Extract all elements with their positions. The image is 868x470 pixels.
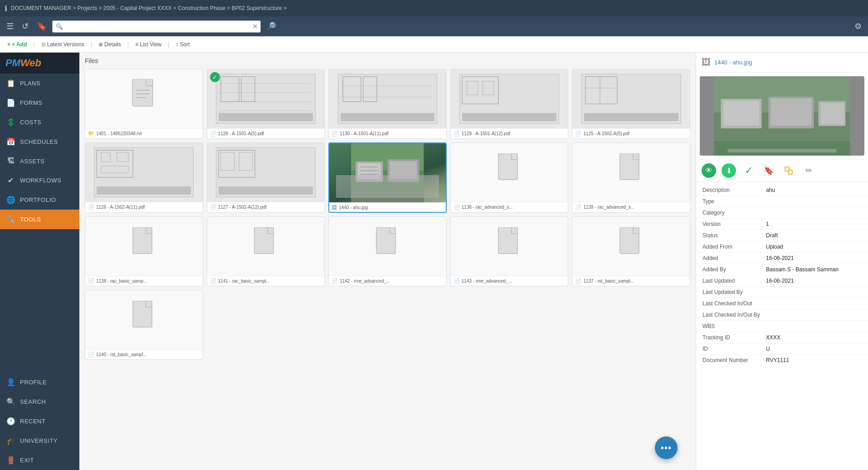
- sidebar-item-label: TOOLS: [20, 216, 41, 223]
- pdf-icon: 📄: [210, 131, 216, 137]
- sidebar-item-portfolio[interactable]: 🌐 PORTFOLIO: [0, 190, 79, 210]
- view-button[interactable]: 👁: [702, 163, 716, 178]
- file-card[interactable]: 📄 1138 - rac_basic_samp...: [85, 216, 203, 286]
- pdf-icon: 📄: [210, 204, 216, 210]
- zoom-icon[interactable]: 🔎: [263, 20, 279, 33]
- logo: PMWeb: [0, 53, 79, 73]
- document-icon: [130, 79, 157, 119]
- file-name-text: 1130 - A-1501-A(11).pdf: [340, 131, 388, 136]
- sidebar-item-label: FORMS: [20, 99, 42, 106]
- latest-versions-button[interactable]: ⊙ Latest Versions: [38, 39, 88, 49]
- pdf-icon: 📄: [88, 204, 94, 210]
- file-card[interactable]: 📄 1143 - rme_advanced_...: [450, 216, 569, 286]
- file-card[interactable]: 📄 1130 - A-1501-A(11).pdf: [328, 69, 447, 139]
- file-card[interactable]: 📄 1127 - A-1502-A(12).pdf: [207, 142, 325, 213]
- document-icon: [253, 227, 278, 265]
- pencil-button[interactable]: ✏: [801, 163, 816, 178]
- file-card[interactable]: ✓ 📄 1128 - A-1501-A(5).pdf: [207, 69, 325, 139]
- pdf-icon: 📄: [454, 131, 460, 137]
- file-name-text: 1141 - rac_basic_sampl...: [218, 279, 270, 284]
- search-icon: 🔍: [56, 23, 63, 30]
- add-button[interactable]: + + Add: [4, 39, 30, 49]
- svg-rect-45: [133, 227, 152, 254]
- file-card[interactable]: 🖼 1440 - ahu.jpg: [328, 142, 447, 213]
- file-card[interactable]: 📄 1125 - A-1502-A(5).pdf: [572, 69, 690, 139]
- settings-icon[interactable]: ⚙: [852, 20, 864, 33]
- file-name-text: 1125 - A-1502-A(5).pdf: [583, 131, 629, 136]
- info-icon[interactable]: ℹ: [5, 4, 7, 13]
- detail-row-last-updated-by: Last Updated By: [696, 287, 868, 298]
- file-browser: Files 📁: [79, 53, 696, 470]
- detail-row-status: Status Draft: [696, 230, 868, 241]
- file-card[interactable]: 📄 1140 - rst_basic_sampl...: [85, 290, 203, 360]
- download-button[interactable]: ⬇: [722, 163, 736, 178]
- action-bar: + + Add | ⊙ Latest Versions | ⊕ Details …: [0, 36, 868, 53]
- file-preview-icon: 🖼: [702, 57, 711, 68]
- history-icon[interactable]: ↺: [19, 20, 31, 33]
- right-panel: 🖼 1440 - ahu.jpg: [696, 53, 868, 470]
- file-name-text: 1128 - A-1501-A(5).pdf: [218, 131, 264, 136]
- assets-icon: 🏗: [6, 157, 15, 165]
- svg-rect-47: [376, 227, 395, 254]
- svg-rect-46: [254, 227, 273, 254]
- search-clear-button[interactable]: ✕: [253, 23, 258, 30]
- fab-button[interactable]: •••: [655, 436, 678, 459]
- sidebar-item-recent[interactable]: 🕐 RECENT: [0, 411, 79, 431]
- svg-rect-57: [771, 98, 812, 126]
- pdf-icon: 📄: [88, 352, 94, 357]
- svg-rect-56: [723, 101, 760, 126]
- bookmark-button[interactable]: 🔖: [761, 163, 776, 178]
- preview-image: [700, 76, 864, 156]
- detail-row-description: Description ahu: [696, 185, 868, 196]
- sidebar-item-assets[interactable]: 🏗 ASSETS: [0, 152, 79, 171]
- detail-row-added-by: Added By Bassam.S - Bassam Samman: [696, 264, 868, 275]
- file-card[interactable]: 📄 1141 - rac_basic_sampl...: [207, 216, 325, 286]
- sidebar-item-tools[interactable]: 🔧 TOOLS: [0, 210, 79, 229]
- file-card[interactable]: 📄 1129 - A-1501-A(12).pdf: [450, 69, 569, 139]
- sidebar-item-costs[interactable]: 💲 COSTS: [0, 113, 79, 132]
- sidebar-item-workflows[interactable]: ✔ WORKFLOWS: [0, 171, 79, 190]
- sidebar-item-plans[interactable]: 📋 PLANS: [0, 73, 79, 93]
- svg-rect-43: [498, 153, 517, 180]
- forms-icon: 📄: [6, 98, 15, 107]
- sidebar-item-label: SEARCH: [20, 398, 46, 405]
- sidebar-item-forms[interactable]: 📄 FORMS: [0, 93, 79, 113]
- file-card[interactable]: 📄 1136 - rac_advanced_s...: [450, 142, 569, 213]
- file-card[interactable]: 📄 1137 - rst_basic_sampl...: [572, 216, 690, 286]
- top-bar: ℹ DOCUMENT MANAGER > Projects > 2005 - C…: [0, 0, 868, 16]
- file-card[interactable]: 📄 1142 - rme_advanced_...: [328, 216, 447, 286]
- svg-rect-48: [498, 227, 517, 254]
- list-view-button[interactable]: ≡ List View: [132, 39, 165, 49]
- svg-rect-34: [351, 171, 424, 202]
- file-card[interactable]: 📄 1126 - A-1502-A(11).pdf: [85, 142, 203, 213]
- files-title: Files: [85, 57, 690, 64]
- svg-rect-50: [133, 301, 152, 327]
- file-title-link[interactable]: 1440 - ahu.jpg: [714, 59, 752, 66]
- sidebar-item-schedules[interactable]: 📅 SCHEDULES: [0, 132, 79, 152]
- bookmark-nav-icon[interactable]: 🔖: [34, 20, 49, 33]
- pdf-icon: 📄: [575, 204, 581, 210]
- details-icon: ⊕: [98, 41, 103, 48]
- hamburger-icon[interactable]: ☰: [4, 20, 16, 33]
- sidebar-item-exit[interactable]: 🚪 EXIT: [0, 450, 79, 470]
- sidebar-item-search[interactable]: 🔍 SEARCH: [0, 392, 79, 411]
- file-details: Description ahu Type Category Version 1 …: [696, 182, 868, 368]
- file-name-text: 1137 - rst_basic_sampl...: [583, 279, 634, 284]
- file-card[interactable]: 📄 1139 - rac_advanced_s...: [572, 142, 690, 213]
- sidebar-item-profile[interactable]: 👤 PROFILE: [0, 372, 79, 392]
- file-card[interactable]: 📁 1401 - 1485220348.rvt: [85, 69, 203, 139]
- file-name-text: 1127 - A-1502-A(12).pdf: [218, 205, 267, 210]
- pdf-icon: 📄: [575, 131, 581, 137]
- file-name-text: 1136 - rac_advanced_s...: [462, 205, 513, 210]
- sort-button[interactable]: ↕ Sort: [172, 39, 193, 49]
- approve-button[interactable]: ✓: [741, 163, 756, 178]
- sidebar-item-label: SCHEDULES: [20, 138, 58, 145]
- search-input[interactable]: [52, 20, 261, 33]
- eye-icon: 👁: [705, 166, 712, 175]
- plans-icon: 📋: [6, 79, 15, 88]
- image-icon: 🖼: [332, 205, 337, 210]
- sidebar-item-university[interactable]: 🎓 UNIVERSITY: [0, 431, 79, 450]
- edit-button[interactable]: [781, 163, 796, 178]
- details-button[interactable]: ⊕ Details: [95, 39, 125, 49]
- pdf-icon: 📄: [332, 131, 338, 137]
